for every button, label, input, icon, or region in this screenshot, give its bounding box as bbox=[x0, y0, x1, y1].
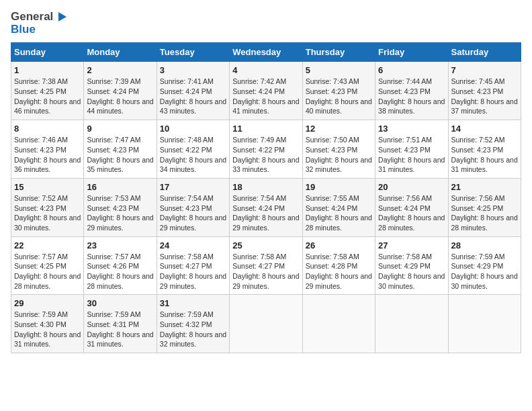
calendar-header-tuesday: Tuesday bbox=[157, 43, 229, 62]
calendar-header-sunday: Sunday bbox=[11, 43, 84, 62]
calendar-cell-empty bbox=[230, 295, 302, 353]
calendar-header-wednesday: Wednesday bbox=[230, 43, 302, 62]
day-number: 2 bbox=[87, 65, 153, 75]
day-info: Sunrise: 7:54 AM Sunset: 4:24 PM Dayligh… bbox=[232, 193, 299, 233]
calendar-cell-22: 22Sunrise: 7:57 AM Sunset: 4:25 PM Dayli… bbox=[11, 236, 84, 295]
day-number: 6 bbox=[378, 65, 445, 75]
day-number: 31 bbox=[160, 298, 226, 308]
calendar-cell-21: 21Sunrise: 7:56 AM Sunset: 4:25 PM Dayli… bbox=[448, 178, 521, 236]
day-info: Sunrise: 7:48 AM Sunset: 4:22 PM Dayligh… bbox=[160, 135, 226, 175]
day-number: 5 bbox=[306, 65, 372, 75]
calendar-cell-1: 1Sunrise: 7:38 AM Sunset: 4:25 PM Daylig… bbox=[11, 62, 84, 120]
day-number: 20 bbox=[378, 182, 445, 192]
day-number: 4 bbox=[232, 65, 299, 75]
day-number: 12 bbox=[306, 124, 372, 134]
day-info: Sunrise: 7:58 AM Sunset: 4:28 PM Dayligh… bbox=[306, 252, 372, 291]
logo-general-text: General bbox=[11, 11, 53, 24]
day-info: Sunrise: 7:38 AM Sunset: 4:25 PM Dayligh… bbox=[14, 77, 81, 116]
day-number: 21 bbox=[451, 182, 518, 192]
calendar-cell-15: 15Sunrise: 7:52 AM Sunset: 4:23 PM Dayli… bbox=[11, 178, 84, 236]
calendar-cell-2: 2Sunrise: 7:39 AM Sunset: 4:24 PM Daylig… bbox=[84, 62, 157, 120]
calendar-cell-27: 27Sunrise: 7:58 AM Sunset: 4:29 PM Dayli… bbox=[375, 236, 448, 295]
day-info: Sunrise: 7:51 AM Sunset: 4:23 PM Dayligh… bbox=[378, 135, 445, 175]
day-info: Sunrise: 7:44 AM Sunset: 4:23 PM Dayligh… bbox=[378, 77, 445, 116]
day-info: Sunrise: 7:56 AM Sunset: 4:24 PM Dayligh… bbox=[378, 193, 445, 233]
day-info: Sunrise: 7:59 AM Sunset: 4:29 PM Dayligh… bbox=[451, 252, 518, 291]
day-info: Sunrise: 7:42 AM Sunset: 4:24 PM Dayligh… bbox=[232, 77, 299, 116]
calendar-header-saturday: Saturday bbox=[448, 43, 521, 62]
day-number: 24 bbox=[160, 240, 226, 250]
day-number: 23 bbox=[87, 240, 153, 250]
day-info: Sunrise: 7:57 AM Sunset: 4:26 PM Dayligh… bbox=[87, 252, 153, 291]
calendar-cell-5: 5Sunrise: 7:43 AM Sunset: 4:23 PM Daylig… bbox=[302, 62, 375, 120]
day-number: 30 bbox=[87, 298, 153, 308]
calendar-header-row: SundayMondayTuesdayWednesdayThursdayFrid… bbox=[11, 43, 521, 62]
calendar-cell-8: 8Sunrise: 7:46 AM Sunset: 4:23 PM Daylig… bbox=[11, 120, 84, 179]
day-number: 15 bbox=[14, 182, 81, 192]
day-number: 18 bbox=[232, 182, 299, 192]
day-info: Sunrise: 7:52 AM Sunset: 4:23 PM Dayligh… bbox=[451, 135, 518, 175]
day-number: 16 bbox=[87, 182, 153, 192]
calendar-body: 1Sunrise: 7:38 AM Sunset: 4:25 PM Daylig… bbox=[11, 62, 521, 353]
calendar-cell-20: 20Sunrise: 7:56 AM Sunset: 4:24 PM Dayli… bbox=[375, 178, 448, 236]
calendar-cell-18: 18Sunrise: 7:54 AM Sunset: 4:24 PM Dayli… bbox=[230, 178, 302, 236]
day-info: Sunrise: 7:55 AM Sunset: 4:24 PM Dayligh… bbox=[306, 193, 372, 233]
day-info: Sunrise: 7:46 AM Sunset: 4:23 PM Dayligh… bbox=[14, 135, 81, 175]
day-number: 27 bbox=[378, 240, 445, 250]
day-number: 10 bbox=[160, 124, 226, 134]
calendar-table: SundayMondayTuesdayWednesdayThursdayFrid… bbox=[11, 42, 521, 353]
day-info: Sunrise: 7:56 AM Sunset: 4:25 PM Dayligh… bbox=[451, 193, 518, 233]
day-info: Sunrise: 7:52 AM Sunset: 4:23 PM Dayligh… bbox=[14, 193, 81, 233]
day-number: 25 bbox=[232, 240, 299, 250]
day-info: Sunrise: 7:50 AM Sunset: 4:23 PM Dayligh… bbox=[306, 135, 372, 175]
calendar-cell-9: 9Sunrise: 7:47 AM Sunset: 4:23 PM Daylig… bbox=[84, 120, 157, 179]
day-info: Sunrise: 7:54 AM Sunset: 4:23 PM Dayligh… bbox=[160, 193, 226, 233]
calendar-cell-16: 16Sunrise: 7:53 AM Sunset: 4:23 PM Dayli… bbox=[84, 178, 157, 236]
calendar-cell-31: 31Sunrise: 7:59 AM Sunset: 4:32 PM Dayli… bbox=[157, 295, 229, 353]
calendar-cell-6: 6Sunrise: 7:44 AM Sunset: 4:23 PM Daylig… bbox=[375, 62, 448, 120]
logo-blue-text: Blue bbox=[11, 24, 36, 36]
calendar-week-1: 1Sunrise: 7:38 AM Sunset: 4:25 PM Daylig… bbox=[11, 62, 521, 120]
day-info: Sunrise: 7:47 AM Sunset: 4:23 PM Dayligh… bbox=[87, 135, 153, 175]
day-info: Sunrise: 7:57 AM Sunset: 4:25 PM Dayligh… bbox=[14, 252, 81, 291]
day-number: 7 bbox=[451, 65, 518, 75]
calendar-cell-28: 28Sunrise: 7:59 AM Sunset: 4:29 PM Dayli… bbox=[448, 236, 521, 295]
calendar-cell-empty bbox=[302, 295, 375, 353]
calendar-week-4: 22Sunrise: 7:57 AM Sunset: 4:25 PM Dayli… bbox=[11, 236, 521, 295]
header: General Blue bbox=[11, 11, 521, 36]
calendar-week-5: 29Sunrise: 7:59 AM Sunset: 4:30 PM Dayli… bbox=[11, 295, 521, 353]
day-info: Sunrise: 7:59 AM Sunset: 4:32 PM Dayligh… bbox=[160, 310, 226, 349]
calendar-cell-17: 17Sunrise: 7:54 AM Sunset: 4:23 PM Dayli… bbox=[157, 178, 229, 236]
day-info: Sunrise: 7:45 AM Sunset: 4:23 PM Dayligh… bbox=[451, 77, 518, 116]
calendar-cell-10: 10Sunrise: 7:48 AM Sunset: 4:22 PM Dayli… bbox=[157, 120, 229, 179]
day-number: 29 bbox=[14, 298, 81, 308]
calendar-cell-11: 11Sunrise: 7:49 AM Sunset: 4:22 PM Dayli… bbox=[230, 120, 302, 179]
day-info: Sunrise: 7:43 AM Sunset: 4:23 PM Dayligh… bbox=[306, 77, 372, 116]
svg-marker-0 bbox=[58, 12, 66, 21]
day-info: Sunrise: 7:59 AM Sunset: 4:30 PM Dayligh… bbox=[14, 310, 81, 349]
day-number: 13 bbox=[378, 124, 445, 134]
day-info: Sunrise: 7:58 AM Sunset: 4:27 PM Dayligh… bbox=[232, 252, 299, 291]
day-info: Sunrise: 7:49 AM Sunset: 4:22 PM Dayligh… bbox=[232, 135, 299, 175]
calendar-cell-empty bbox=[448, 295, 521, 353]
calendar-header-friday: Friday bbox=[375, 43, 448, 62]
day-number: 8 bbox=[14, 124, 81, 134]
calendar-cell-13: 13Sunrise: 7:51 AM Sunset: 4:23 PM Dayli… bbox=[375, 120, 448, 179]
day-number: 22 bbox=[14, 240, 81, 250]
calendar-cell-14: 14Sunrise: 7:52 AM Sunset: 4:23 PM Dayli… bbox=[448, 120, 521, 179]
day-info: Sunrise: 7:41 AM Sunset: 4:24 PM Dayligh… bbox=[160, 77, 226, 116]
logo-arrow-icon bbox=[54, 11, 66, 23]
calendar-cell-19: 19Sunrise: 7:55 AM Sunset: 4:24 PM Dayli… bbox=[302, 178, 375, 236]
calendar-cell-24: 24Sunrise: 7:58 AM Sunset: 4:27 PM Dayli… bbox=[157, 236, 229, 295]
day-info: Sunrise: 7:53 AM Sunset: 4:23 PM Dayligh… bbox=[87, 193, 153, 233]
day-info: Sunrise: 7:58 AM Sunset: 4:29 PM Dayligh… bbox=[378, 252, 445, 291]
day-number: 28 bbox=[451, 240, 518, 250]
calendar-cell-12: 12Sunrise: 7:50 AM Sunset: 4:23 PM Dayli… bbox=[302, 120, 375, 179]
day-number: 3 bbox=[160, 65, 226, 75]
calendar-cell-26: 26Sunrise: 7:58 AM Sunset: 4:28 PM Dayli… bbox=[302, 236, 375, 295]
calendar-week-2: 8Sunrise: 7:46 AM Sunset: 4:23 PM Daylig… bbox=[11, 120, 521, 179]
calendar-cell-7: 7Sunrise: 7:45 AM Sunset: 4:23 PM Daylig… bbox=[448, 62, 521, 120]
calendar-cell-25: 25Sunrise: 7:58 AM Sunset: 4:27 PM Dayli… bbox=[230, 236, 302, 295]
calendar-cell-23: 23Sunrise: 7:57 AM Sunset: 4:26 PM Dayli… bbox=[84, 236, 157, 295]
calendar-cell-3: 3Sunrise: 7:41 AM Sunset: 4:24 PM Daylig… bbox=[157, 62, 229, 120]
